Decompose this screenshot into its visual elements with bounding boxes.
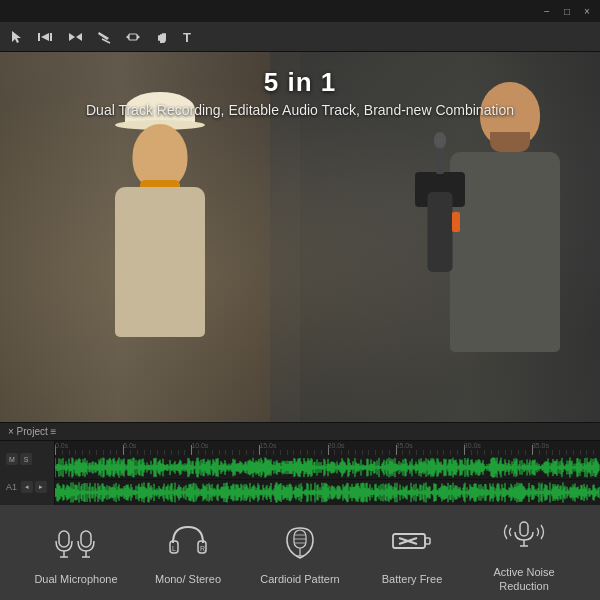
svg-rect-30	[425, 538, 430, 544]
main-title: 5 in 1	[0, 67, 600, 98]
audio-track-1	[55, 455, 600, 480]
toolbar: T	[0, 22, 600, 52]
track-controls-1: M S	[6, 453, 32, 465]
svg-rect-3	[50, 33, 52, 41]
app-bar: − □ ×	[0, 0, 600, 22]
razor-tool[interactable]	[97, 30, 111, 44]
window-controls: − □ ×	[540, 4, 594, 18]
svg-rect-16	[81, 531, 91, 547]
track-labels: M S A1 ◂ ▸	[0, 441, 55, 505]
cardioid-icon	[277, 518, 323, 564]
svg-marker-6	[98, 32, 109, 40]
svg-rect-8	[129, 34, 137, 40]
project-label: × Project ≡	[8, 426, 56, 437]
timeline-body: M S A1 ◂ ▸ 0.0s5.0s10.0s15.0s20.0s25.0s3…	[0, 441, 600, 505]
slip-tool[interactable]	[125, 30, 141, 44]
dual-mic-label: Dual Microphone	[34, 572, 117, 586]
orange-accent-1	[452, 212, 460, 232]
track-solo-btn[interactable]: S	[20, 453, 32, 465]
timeline-ruler: 0.0s5.0s10.0s15.0s20.0s25.0s30.0s35.0s	[55, 441, 600, 455]
svg-text:R: R	[200, 545, 205, 552]
timeline-area: × Project ≡ M S A1 ◂ ▸ 0.0s5.0s10.0s15.0…	[0, 422, 600, 504]
headphones-icon: L R	[165, 518, 211, 564]
mic-top	[434, 132, 446, 148]
camera-rig	[400, 172, 480, 292]
svg-marker-0	[12, 31, 21, 43]
features-bar: Dual Microphone L R Mono/ Stereo	[0, 504, 600, 600]
mic-on-camera	[436, 144, 444, 174]
person-left	[80, 92, 240, 412]
svg-marker-5	[76, 33, 82, 41]
svg-marker-4	[69, 33, 75, 41]
cursor-tool[interactable]	[10, 30, 23, 44]
noise-reduction-label: Active Noise Reduction	[479, 565, 569, 594]
svg-marker-9	[126, 34, 129, 39]
video-area: 5 in 1 Dual Track Recording, Editable Au…	[0, 52, 600, 422]
track-label-row-1: M S	[6, 445, 48, 473]
track-content: 0.0s5.0s10.0s15.0s20.0s25.0s30.0s35.0s	[55, 441, 600, 505]
body-left	[115, 187, 205, 337]
svg-rect-13	[59, 531, 69, 547]
timeline-header: × Project ≡	[0, 423, 600, 441]
feature-cardioid: Cardioid Pattern	[255, 518, 345, 586]
hand-tool[interactable]	[155, 30, 168, 44]
subtitle: Dual Track Recording, Editable Audio Tra…	[0, 102, 600, 118]
person-right	[370, 72, 570, 412]
svg-text:L: L	[172, 545, 176, 552]
svg-rect-33	[520, 522, 528, 536]
close-button[interactable]: ×	[580, 4, 594, 18]
noise-reduction-icon	[501, 511, 547, 557]
feature-noise-reduction: Active Noise Reduction	[479, 511, 569, 594]
beard	[490, 132, 530, 152]
track-controls-2: ◂ ▸	[21, 481, 47, 493]
track-next-btn[interactable]: ▸	[35, 481, 47, 493]
svg-rect-11	[158, 35, 160, 41]
minimize-button[interactable]: −	[540, 4, 554, 18]
text-tool[interactable]: T	[182, 30, 195, 44]
ripple-tool[interactable]	[67, 30, 83, 44]
svg-marker-2	[41, 33, 49, 41]
svg-rect-1	[38, 33, 40, 41]
gimbal	[428, 192, 453, 272]
track-prev-btn[interactable]: ◂	[21, 481, 33, 493]
inpoint-tool[interactable]	[37, 30, 53, 44]
audio-track-2	[55, 480, 600, 505]
track-mute-btn[interactable]: M	[6, 453, 18, 465]
svg-text:T: T	[183, 30, 191, 44]
svg-line-7	[102, 39, 110, 43]
dual-mic-icon	[53, 518, 99, 564]
svg-marker-10	[137, 34, 140, 39]
track-name: A1	[6, 482, 17, 492]
track-label-row-2: A1 ◂ ▸	[6, 473, 48, 501]
feature-dual-microphone: Dual Microphone	[31, 518, 121, 586]
feature-mono-stereo: L R Mono/ Stereo	[143, 518, 233, 586]
maximize-button[interactable]: □	[560, 4, 574, 18]
battery-free-label: Battery Free	[382, 572, 443, 586]
feature-battery-free: Battery Free	[367, 518, 457, 586]
mono-stereo-label: Mono/ Stereo	[155, 572, 221, 586]
cardioid-label: Cardioid Pattern	[260, 572, 340, 586]
battery-icon	[389, 518, 435, 564]
video-text-overlay: 5 in 1 Dual Track Recording, Editable Au…	[0, 67, 600, 118]
